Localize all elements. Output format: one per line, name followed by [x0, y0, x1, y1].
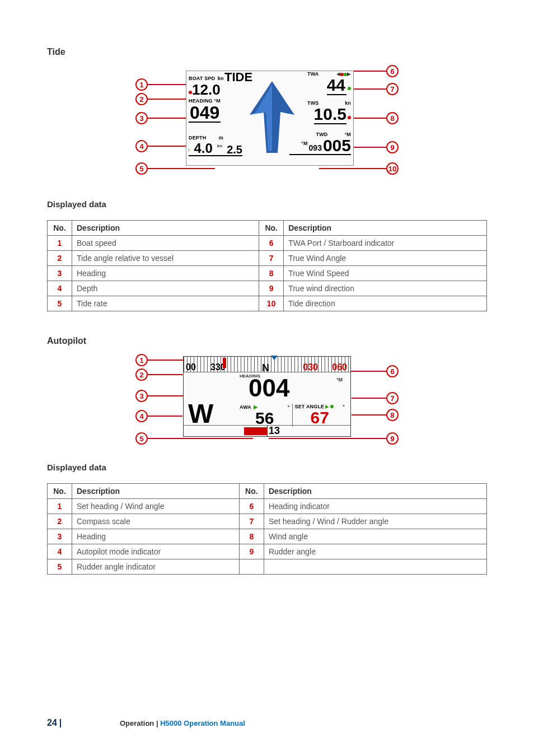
table-row: 2 Compass scale 7 Set heading / Wind / R…	[48, 514, 487, 529]
cell-no: 7	[259, 251, 284, 266]
leader-7	[353, 88, 386, 90]
cell-no: 6	[239, 499, 264, 514]
callout-1: 1	[135, 354, 148, 366]
awa-value: 56	[240, 410, 290, 427]
autopilot-instrument: 00 330 N 030 060 HEADING °M 004 W AWA ▶	[183, 356, 351, 437]
callout-2: 2	[135, 93, 148, 105]
awa-unit: °	[288, 404, 290, 410]
autopilot-data-table: No. Description No. Description 1 Set he…	[47, 483, 487, 575]
leader-8	[353, 118, 386, 119]
depth-label: DEPTH	[189, 135, 206, 141]
autopilot-diagram: 1 2 3 4 5 6 7 8 9 00 330 N 030 060	[135, 354, 399, 449]
cell-desc: True Wind Speed	[284, 266, 487, 281]
ap-mode-indicator: W	[188, 400, 213, 427]
cell-no: 7	[239, 514, 264, 529]
cell-no: 10	[259, 296, 284, 311]
table-row: 4 Autopilot mode indicator 9 Rudder angl…	[48, 544, 487, 559]
ap-heading-value: 004	[249, 376, 289, 400]
footer-doc: H5000 Operation Manual	[160, 719, 245, 727]
compass-tick: 030	[303, 362, 318, 372]
trend-dot-icon	[348, 87, 351, 90]
cell-no: 8	[239, 529, 264, 544]
cell-desc: Set heading / Wind / Rudder angle	[264, 514, 486, 529]
rudder-value: 13	[269, 426, 280, 436]
set-angle-unit: °	[343, 404, 345, 409]
tide-rate-value: 2.5	[227, 144, 242, 155]
cell-desc: Depth	[72, 281, 259, 296]
set-angle-value: 67	[295, 409, 345, 426]
tide-diagram: 1 2 3 4 5 6 7 8 9 10 BOAT SPD kn 12.0 TI…	[135, 60, 399, 177]
depth-block: DEPTH m 4.0 kn 2.5	[189, 132, 242, 156]
callout-5: 5	[135, 432, 148, 445]
leader-4	[148, 416, 182, 417]
compass-tick: N	[262, 362, 269, 374]
table-row: 5 Rudder angle indicator	[48, 559, 487, 575]
cell-desc: Rudder angle	[264, 544, 486, 559]
cell-no: 9	[239, 544, 264, 559]
autopilot-heading: Autopilot	[47, 336, 487, 346]
twa-block: TWA ◀▶ 44	[307, 71, 351, 94]
table-row: 3 Heading 8 True Wind Speed	[48, 266, 487, 281]
cell-desc	[264, 559, 486, 575]
cell-no: 9	[259, 281, 284, 296]
set-heading-indicator-icon	[223, 358, 226, 368]
leader-8	[352, 414, 386, 416]
callout-8: 8	[386, 409, 399, 421]
compass-tick: 060	[332, 362, 347, 372]
trend-dot-icon	[348, 116, 351, 119]
cell-no: 8	[259, 266, 284, 281]
leader-5	[148, 168, 215, 169]
cell-no: 6	[259, 236, 284, 251]
heading-block: HEADING °M 049	[189, 98, 221, 123]
heading-indicator-icon	[271, 356, 278, 360]
tws-block: TWS kn 10.5	[307, 100, 351, 123]
cell-desc: Wind angle	[264, 529, 486, 544]
rudder-angle-indicator-icon	[244, 427, 268, 435]
callout-7: 7	[386, 392, 399, 404]
callout-3: 3	[135, 112, 148, 124]
th-desc: Description	[72, 221, 259, 236]
th-no: No.	[48, 484, 72, 499]
cell-desc: True wind direction	[284, 281, 487, 296]
tide-dir-unit: °M	[301, 141, 307, 146]
twd-value: 005	[323, 137, 351, 154]
callout-9: 9	[386, 432, 399, 445]
trend-dot-icon	[189, 148, 189, 152]
tws-value: 10.5	[314, 105, 346, 124]
footer-section: Operation	[120, 719, 154, 727]
cell-desc: Heading indicator	[264, 499, 486, 514]
table-row: 5 Tide rate 10 Tide direction	[48, 296, 487, 311]
tide-instrument: BOAT SPD kn 12.0 TIDE HEADING °M 049 DEP…	[186, 71, 354, 166]
cell-no: 5	[48, 559, 72, 575]
th-no: No.	[239, 484, 264, 499]
cell-desc: Tide rate	[72, 296, 259, 311]
leader-7	[352, 398, 386, 399]
rudder-bar: 13	[184, 425, 350, 436]
cell-desc: Autopilot mode indicator	[72, 544, 240, 559]
ap-setangle-block: SET ANGLE ▶ ° 67	[293, 404, 348, 427]
callout-2: 2	[135, 368, 148, 381]
tide-heading: Tide	[47, 47, 487, 57]
th-desc: Description	[264, 484, 486, 499]
table-row: 3 Heading 8 Wind angle	[48, 529, 487, 544]
page-footer: 24| Operation | H5000 Operation Manual	[47, 718, 245, 728]
cell-no: 4	[48, 544, 72, 559]
callout-3: 3	[135, 390, 148, 402]
th-no: No.	[259, 221, 284, 236]
tide-table-title: Displayed data	[47, 199, 487, 209]
compass-tick: 00	[186, 362, 196, 372]
cell-no: 4	[48, 281, 72, 296]
cell-desc: TWA Port / Starboard indicator	[284, 236, 487, 251]
callout-5: 5	[135, 162, 148, 175]
cell-no: 3	[48, 266, 72, 281]
callout-1: 1	[135, 78, 148, 91]
depth-value: 4.0	[194, 142, 212, 155]
boat-spd-value: 12.0	[192, 81, 221, 98]
table-row: 2 Tide angle relative to vessel 7 True W…	[48, 251, 487, 266]
leader-2	[148, 374, 182, 375]
callout-6: 6	[386, 365, 399, 377]
cell-no: 5	[48, 296, 72, 311]
tide-rate-unit: kn	[217, 143, 222, 148]
leader-10	[319, 168, 386, 169]
ap-awa-block: AWA ▶ ° 56	[237, 404, 293, 427]
